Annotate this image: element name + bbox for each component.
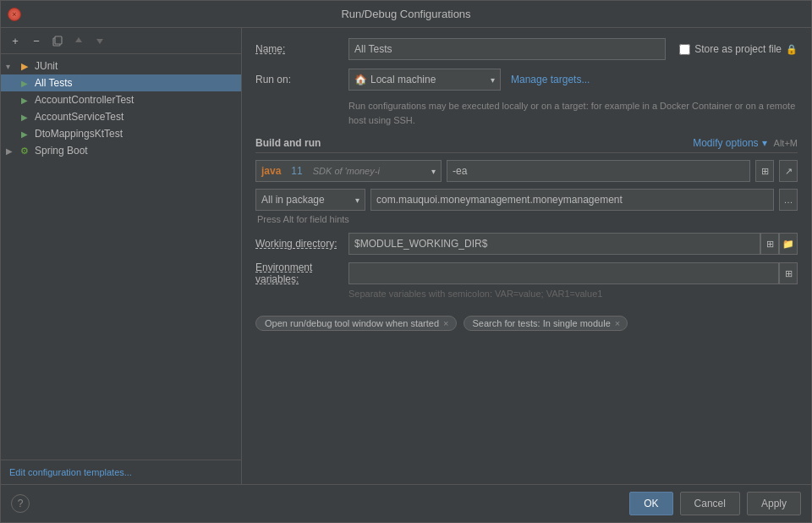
left-panel: + − <box>1 28 242 484</box>
ea-expand-button[interactable]: ⊞ <box>755 160 774 182</box>
java-version: 11 <box>291 165 302 177</box>
title-bar: × Run/Debug Configurations <box>1 1 811 28</box>
machine-name: Local machine <box>370 74 436 85</box>
account-service-test-icon: ▶ <box>18 110 31 124</box>
store-project-label: Store as project file <box>694 43 782 55</box>
java-text: java <box>261 165 281 177</box>
spring-boot-icon: ⚙ <box>18 144 31 157</box>
account-service-test-label: AccountServiceTest <box>35 111 123 123</box>
tag-open-run-debug-label: Open run/debug tool window when started <box>265 318 439 328</box>
dialog-title: Run/Debug Configurations <box>341 8 470 20</box>
java-sdk-label: SDK of 'money-i <box>313 166 380 176</box>
modify-options-link[interactable]: Modify options ▾ <box>693 137 766 149</box>
junit-arrow: ▾ <box>6 62 18 71</box>
package-scope-dropdown[interactable]: All in package ▾ <box>255 189 365 211</box>
env-vars-row: Environment variables: ⊞ <box>255 262 798 285</box>
tag-search-tests: Search for tests: In single module × <box>464 316 628 331</box>
working-dir-label: Working directory: <box>255 238 348 250</box>
package-more-button[interactable]: … <box>779 189 798 211</box>
bottom-bar: ? OK Cancel Apply <box>1 484 811 522</box>
copy-config-button[interactable] <box>48 31 67 50</box>
java-sdk-dropdown[interactable]: java 11 SDK of 'money-i ▾ <box>255 160 442 182</box>
dto-mappings-test-icon: ▶ <box>18 127 31 140</box>
modify-options-label: Modify options <box>693 137 758 149</box>
junit-group-label: JUnit <box>35 60 58 72</box>
store-project-icon: 🔒 <box>786 44 798 55</box>
package-row: All in package ▾ … <box>255 189 798 211</box>
tree-junit-group[interactable]: ▾ ▶ JUnit <box>1 58 241 74</box>
machine-dropdown[interactable]: 🏠 Local machine ▾ <box>348 69 501 91</box>
manage-targets-link[interactable]: Manage targets... <box>511 74 590 85</box>
dropdown-arrow-icon: ▾ <box>491 75 495 85</box>
home-icon: 🏠 <box>354 74 367 85</box>
package-dropdown-arrow-icon: ▾ <box>355 195 359 205</box>
build-run-header: Build and run Modify options ▾ Alt+M <box>255 137 798 153</box>
run-on-row: Run on: 🏠 Local machine ▾ Manage targets… <box>255 69 798 91</box>
svg-rect-1 <box>55 36 62 44</box>
modify-options-section: Modify options ▾ Alt+M <box>693 137 798 149</box>
tree-dto-mappings-test[interactable]: ▶ DtoMappingsKtTest <box>1 125 241 142</box>
env-vars-label: Environment variables: <box>255 262 348 285</box>
ok-button[interactable]: OK <box>629 492 672 515</box>
package-scope-label: All in package <box>261 194 325 206</box>
tree-all-tests[interactable]: ▶ All Tests <box>1 74 241 91</box>
tree-spring-boot-group[interactable]: ▶ ⚙ Spring Boot <box>1 142 241 159</box>
run-on-label: Run on: <box>255 74 348 85</box>
apply-button[interactable]: Apply <box>747 492 801 515</box>
junit-icon: ▶ <box>18 59 31 73</box>
working-dir-input[interactable] <box>348 233 760 255</box>
java-row: java 11 SDK of 'money-i ▾ ⊞ ↗ <box>255 160 798 182</box>
build-run-title: Build and run <box>255 137 321 149</box>
move-up-button[interactable] <box>69 31 88 50</box>
account-controller-test-icon: ▶ <box>18 93 31 107</box>
right-panel: Name: Store as project file 🔒 Run on: 🏠 … <box>242 28 811 484</box>
env-vars-expand-button[interactable]: ⊞ <box>779 262 798 284</box>
env-hint-text: Separate variables with semicolon: VAR=v… <box>348 289 798 299</box>
store-project-section: Store as project file 🔒 <box>679 43 798 55</box>
add-config-button[interactable]: + <box>6 31 25 50</box>
name-row: Name: Store as project file 🔒 <box>255 38 798 60</box>
tag-open-run-debug: Open run/debug tool window when started … <box>255 316 457 331</box>
env-vars-input[interactable] <box>348 262 779 284</box>
modify-shortcut: Alt+M <box>774 138 798 148</box>
tag-search-tests-label: Search for tests: In single module <box>473 318 611 328</box>
tree-account-controller-test[interactable]: ▶ AccountControllerTest <box>1 91 241 108</box>
spring-boot-label: Spring Boot <box>35 145 88 157</box>
java-dropdown-arrow-icon: ▾ <box>431 167 436 176</box>
dto-mappings-test-label: DtoMappingsKtTest <box>35 128 123 140</box>
working-dir-row: Working directory: ⊞ 📁 <box>255 233 798 255</box>
name-input[interactable] <box>348 38 666 60</box>
ea-input[interactable] <box>447 160 750 182</box>
tags-row: Open run/debug tool window when started … <box>255 316 798 331</box>
all-tests-icon: ▶ <box>18 76 31 90</box>
cancel-button[interactable]: Cancel <box>680 492 740 515</box>
config-tree: ▾ ▶ JUnit ▶ All Tests ▶ AccountControlle… <box>1 54 241 460</box>
tag-open-run-debug-close[interactable]: × <box>443 319 448 328</box>
help-button[interactable]: ? <box>11 494 30 513</box>
modify-options-chevron-icon: ▾ <box>762 137 767 149</box>
all-tests-label: All Tests <box>35 77 72 89</box>
package-input[interactable] <box>370 189 774 211</box>
working-dir-browse-button[interactable]: 📁 <box>779 233 798 255</box>
ea-open-button[interactable]: ↗ <box>779 160 798 182</box>
remove-config-button[interactable]: − <box>27 31 46 50</box>
spring-boot-arrow: ▶ <box>6 146 18 156</box>
run-debug-dialog: × Run/Debug Configurations + − <box>0 0 812 523</box>
main-content: + − <box>1 28 811 484</box>
run-on-hint: Run configurations may be executed local… <box>348 99 798 127</box>
name-label: Name: <box>255 43 348 55</box>
account-controller-test-label: AccountControllerTest <box>35 94 134 106</box>
tag-search-tests-close[interactable]: × <box>615 319 620 328</box>
store-project-checkbox[interactable] <box>679 44 690 55</box>
close-button[interactable]: × <box>8 8 21 21</box>
edit-templates-link[interactable]: Edit configuration templates... <box>1 460 241 484</box>
tree-account-service-test[interactable]: ▶ AccountServiceTest <box>1 108 241 125</box>
toolbar: + − <box>1 28 241 54</box>
field-hints-text: Press Alt for field hints <box>255 214 798 224</box>
move-down-button[interactable] <box>91 31 109 50</box>
working-dir-expand-button[interactable]: ⊞ <box>760 233 779 255</box>
